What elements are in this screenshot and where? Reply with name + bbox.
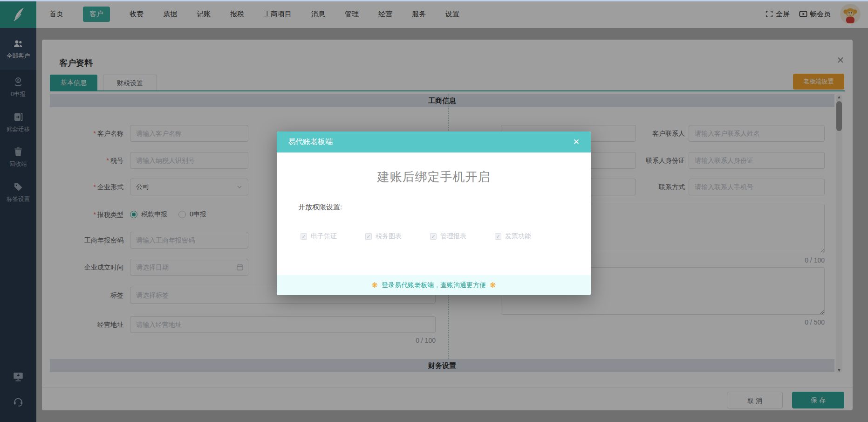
modal-footer: ❋ 登录易代账老板端，查账沟通更方便 ❋ bbox=[277, 275, 591, 295]
confetti-icon: ❋ bbox=[372, 281, 378, 290]
permissions-checkbox-row: ✓电子凭证 ✓税务图表 ✓管理报表 ✓发票功能 bbox=[301, 232, 531, 241]
window-top-edge bbox=[0, 0, 868, 1]
confetti-icon: ❋ bbox=[490, 281, 496, 290]
checkbox-management-reports[interactable]: ✓管理报表 bbox=[430, 232, 466, 241]
modal-close-icon[interactable]: ✕ bbox=[573, 137, 580, 147]
checkbox-check-icon: ✓ bbox=[365, 233, 372, 240]
checkbox-check-icon: ✓ bbox=[430, 233, 437, 240]
modal-title: 易代账老板端 bbox=[288, 137, 333, 147]
boss-app-modal: 易代账老板端 ✕ 建账后绑定手机开启 开放权限设置: ✓电子凭证 ✓税务图表 ✓… bbox=[277, 131, 591, 295]
modal-heading: 建账后绑定手机开启 bbox=[277, 169, 591, 185]
checkbox-tax-charts[interactable]: ✓税务图表 bbox=[365, 232, 402, 241]
checkbox-invoice-function[interactable]: ✓发票功能 bbox=[495, 232, 531, 241]
permissions-label: 开放权限设置: bbox=[298, 203, 342, 212]
checkbox-check-icon: ✓ bbox=[495, 233, 501, 240]
modal-header: 易代账老板端 ✕ bbox=[277, 131, 591, 152]
boss-login-link[interactable]: 登录易代账老板端，查账沟通更方便 bbox=[382, 281, 486, 290]
checkbox-e-voucher[interactable]: ✓电子凭证 bbox=[301, 232, 337, 241]
checkbox-check-icon: ✓ bbox=[301, 233, 307, 240]
